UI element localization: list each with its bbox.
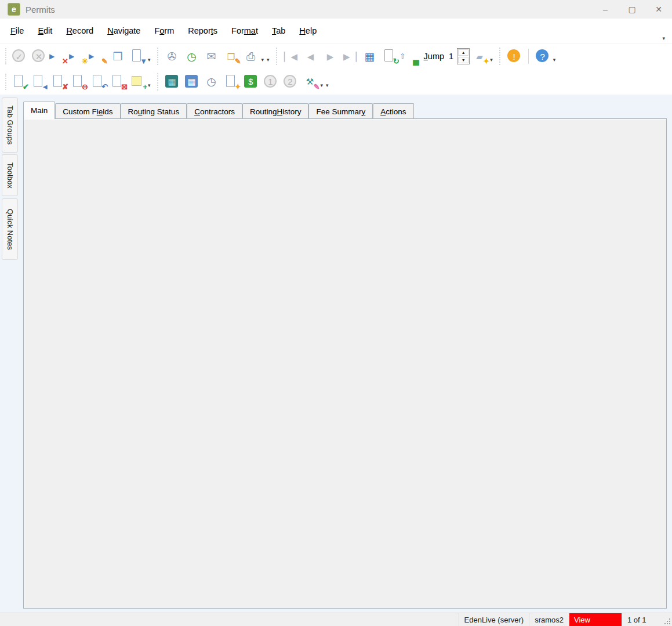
alert-icon[interactable]: !: [504, 47, 524, 66]
tab-routing-history[interactable]: Routing History: [242, 103, 309, 119]
tab-actions[interactable]: Actions: [373, 103, 413, 119]
jump-label: Jump: [424, 52, 444, 61]
toolbar-separator: [157, 48, 158, 65]
calculator-icon[interactable]: ▦: [182, 73, 202, 91]
browse-grid-icon[interactable]: ▦: [360, 47, 380, 66]
menu-file[interactable]: File: [3, 23, 31, 38]
window-title: Permits: [26, 5, 55, 15]
statusbar-user: sramos2: [529, 613, 569, 626]
window-controls: – ▢ ✕: [592, 0, 672, 19]
return-doc-icon[interactable]: ◄: [29, 73, 49, 91]
tab-contractors[interactable]: Contractors: [187, 103, 242, 119]
print-icon[interactable]: ⎙: [241, 47, 261, 66]
copy-special-icon[interactable]: ✦: [221, 73, 241, 91]
close-button[interactable]: ✕: [645, 0, 672, 19]
menu-navigate[interactable]: Navigate: [100, 23, 147, 38]
menu-reports[interactable]: Reports: [181, 23, 224, 38]
statusbar-record-count: 1 of 1: [622, 613, 663, 626]
toolbar-grip[interactable]: [5, 74, 6, 90]
money-icon[interactable]: $: [241, 73, 261, 91]
print-dropdown-chevron-icon[interactable]: ▾: [261, 57, 264, 63]
eraser-dropdown-chevron-icon[interactable]: ▾: [490, 57, 493, 63]
menubar-overflow-chevron-icon[interactable]: ▾: [662, 35, 665, 41]
menu-format[interactable]: Format: [224, 23, 265, 38]
eraser-icon[interactable]: ▰✦: [470, 47, 489, 66]
menu-edit[interactable]: Edit: [31, 23, 59, 38]
help-dropdown-chevron-icon[interactable]: ▾: [553, 57, 556, 63]
menu-help[interactable]: Help: [292, 23, 324, 38]
toolbar-separator: [157, 73, 158, 91]
nav-last-icon[interactable]: ▶▕: [340, 47, 360, 66]
copy-record-icon[interactable]: ❐: [108, 47, 128, 66]
cancel-record-icon[interactable]: ✕: [29, 47, 49, 66]
attachments-icon[interactable]: ✇: [162, 47, 182, 66]
inspections-dropdown-chevron-icon[interactable]: ▾: [321, 82, 324, 88]
web-link-2-icon[interactable]: 2: [281, 73, 300, 91]
statusbar-mode-badge: View: [569, 613, 622, 626]
maximize-button[interactable]: ▢: [619, 0, 645, 19]
app-logo-icon: e: [8, 3, 20, 16]
filter-records-icon[interactable]: ▼: [128, 47, 147, 66]
toolbar-overflow-chevron-icon[interactable]: ▾: [267, 57, 270, 63]
jump-spinner[interactable]: ▲▼: [457, 48, 470, 64]
sidetab-tab-groups[interactable]: Tab Groups: [2, 97, 18, 153]
web-link-1-icon[interactable]: 1: [261, 73, 281, 91]
resize-grip[interactable]: [663, 613, 672, 626]
toolbar-separator: [276, 48, 277, 65]
toolbar-record: ✓✕▶✕▶✳▶✎❐▼▾✇◷✉❐✎⎙▾▾▏◀◀▶▶▕▦↻⇧▅Jump1▲▼▰✦▾!…: [0, 43, 672, 69]
inspections-icon[interactable]: ⚒✎: [300, 73, 320, 91]
menu-record[interactable]: Record: [59, 23, 100, 38]
approve-doc-icon[interactable]: ✔: [9, 73, 29, 91]
accept-record-icon[interactable]: ✓: [9, 47, 29, 66]
tab-custom-fields[interactable]: Custom Fields: [55, 103, 120, 119]
history-clock-icon[interactable]: ◷: [182, 47, 202, 66]
map-icon[interactable]: ▦: [162, 73, 182, 91]
sort-icon[interactable]: ⇧▅: [399, 47, 419, 66]
tab-routing-status[interactable]: Routing Status: [121, 103, 187, 119]
delete-doc-icon[interactable]: ⊠: [108, 73, 128, 91]
toolbar-separator: [499, 48, 500, 65]
edit-record-icon[interactable]: ▶✎: [88, 47, 108, 66]
toolbar-documents: ✔◄✘⊖↶⊠+▾▦▦◷✦$12⚒✎▾▾: [0, 68, 672, 95]
add-note-icon[interactable]: +: [128, 73, 147, 91]
menu-bar: File Edit Record Navigate Form Reports F…: [0, 19, 672, 43]
help-icon[interactable]: ?: [533, 47, 553, 66]
tab-main[interactable]: Main: [23, 102, 55, 119]
undo-doc-icon[interactable]: ↶: [88, 73, 108, 91]
status-bar: EdenLive (server) sramos2 View 1 of 1: [0, 613, 672, 626]
permits-window: e Permits – ▢ ✕ File Edit Record Navigat…: [0, 0, 672, 626]
main-tab-page: [23, 118, 667, 609]
toolbar-separator: [528, 49, 529, 64]
mail-icon[interactable]: ✉: [202, 47, 221, 66]
add-note-dropdown-chevron-icon[interactable]: ▾: [148, 82, 151, 88]
toolbar-grip[interactable]: [5, 48, 6, 64]
edit-tag-icon[interactable]: ❐✎: [221, 47, 241, 66]
nav-first-icon[interactable]: ▏◀: [281, 47, 301, 66]
statusbar-server: EdenLive (server): [459, 613, 529, 626]
title-bar: e Permits – ▢ ✕: [0, 0, 672, 19]
nav-next-icon[interactable]: ▶: [321, 47, 340, 66]
hold-doc-icon[interactable]: ⊖: [68, 73, 88, 91]
clock-icon[interactable]: ◷: [202, 73, 221, 91]
menu-tab[interactable]: Tab: [265, 23, 292, 38]
sidetab-quick-notes[interactable]: Quick Notes: [2, 198, 18, 260]
menu-form[interactable]: Form: [147, 23, 181, 38]
jump-count-field[interactable]: 1: [449, 52, 453, 61]
sidetab-toolbox[interactable]: Toolbox: [2, 154, 18, 196]
filter-records-dropdown-chevron-icon[interactable]: ▾: [148, 57, 151, 63]
reject-doc-icon[interactable]: ✘: [49, 73, 68, 91]
statusbar-spacer: [0, 613, 459, 626]
delete-record-icon[interactable]: ▶✕: [49, 47, 68, 66]
form-tabstrip: Main Custom Fields Routing Status Contra…: [23, 102, 414, 119]
nav-previous-icon[interactable]: ◀: [301, 47, 321, 66]
tab-fee-summary[interactable]: Fee Summary: [308, 103, 373, 119]
toolbar-overflow-chevron-icon[interactable]: ▾: [326, 82, 329, 88]
minimize-button[interactable]: –: [592, 0, 619, 19]
refresh-record-icon[interactable]: ↻: [380, 47, 399, 66]
new-record-icon[interactable]: ▶✳: [68, 47, 88, 66]
